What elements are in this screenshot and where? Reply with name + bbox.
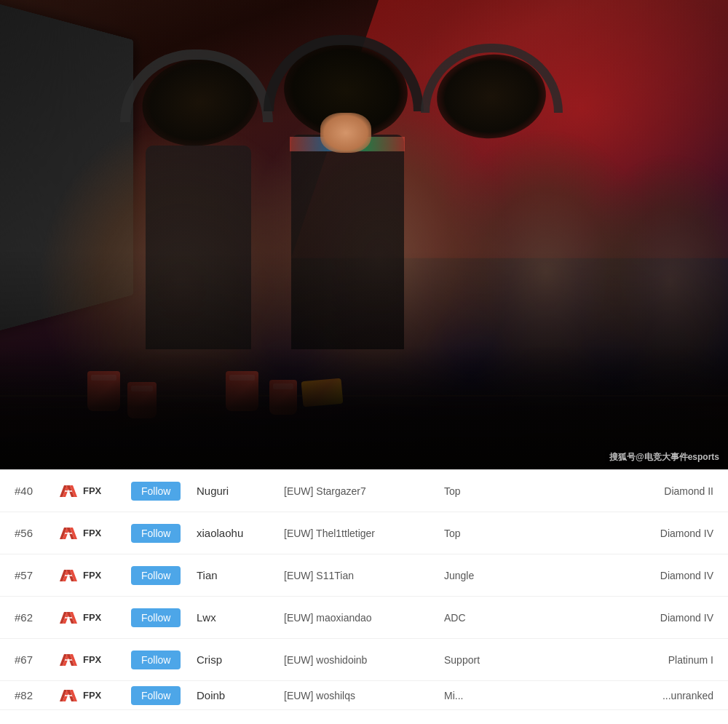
hero-image: 搜狐号@电竞大事件esports bbox=[0, 0, 728, 469]
fpx-logo-icon bbox=[58, 526, 79, 541]
rank-tier-cell: Diamond IV bbox=[531, 612, 713, 624]
follow-button[interactable]: Follow bbox=[131, 482, 181, 501]
account-name: [EUW] Thel1ttletiger bbox=[284, 528, 444, 539]
follow-cell[interactable]: Follow bbox=[131, 608, 197, 627]
follow-cell[interactable]: Follow bbox=[131, 686, 197, 705]
follow-cell[interactable]: Follow bbox=[131, 524, 197, 543]
role-cell: Jungle bbox=[444, 570, 531, 581]
player-name: Lwx bbox=[197, 611, 284, 624]
table-row: #57 FPX Follow Tian [EUW] S11Tian Jungle… bbox=[0, 554, 728, 597]
player-name: Crisp bbox=[197, 653, 284, 666]
player-name: Doinb bbox=[197, 689, 284, 701]
follow-button[interactable]: Follow bbox=[131, 524, 181, 543]
dark-gradient bbox=[0, 251, 728, 469]
role-cell: Mi... bbox=[444, 690, 531, 701]
rank-cell: #57 bbox=[15, 569, 58, 581]
rank-tier-cell: Diamond IV bbox=[531, 570, 713, 581]
rank-tier-cell: Diamond II bbox=[531, 485, 713, 497]
table-row: #56 FPX Follow xiaolaohu [EUW] Thel1ttle… bbox=[0, 512, 728, 554]
fpx-logo-icon bbox=[58, 688, 79, 703]
follow-cell[interactable]: Follow bbox=[131, 566, 197, 585]
team-name: FPX bbox=[83, 528, 101, 538]
rank-cell: #62 bbox=[15, 611, 58, 624]
fpx-logo-icon bbox=[58, 610, 79, 625]
rank-tier-cell: ...unranked bbox=[531, 690, 713, 701]
account-name: [EUW] Stargazer7 bbox=[284, 485, 444, 497]
team-name: FPX bbox=[83, 612, 101, 623]
rank-cell: #67 bbox=[15, 653, 58, 666]
team-name: FPX bbox=[83, 690, 101, 701]
watermark: 搜狐号@电竞大事件esports bbox=[605, 450, 724, 465]
follow-button[interactable]: Follow bbox=[131, 608, 181, 627]
team-name: FPX bbox=[83, 654, 101, 665]
role-cell: Support bbox=[444, 654, 531, 666]
follow-cell[interactable]: Follow bbox=[131, 651, 197, 669]
rank-tier-cell: Diamond IV bbox=[531, 528, 713, 539]
role-cell: Top bbox=[444, 485, 531, 497]
table-row: #40 FPX Follow Nuguri [EUW] Stargazer7 T… bbox=[0, 470, 728, 512]
team-cell: FPX bbox=[58, 653, 131, 667]
fpx-logo-icon bbox=[58, 568, 79, 583]
team-cell: FPX bbox=[58, 610, 131, 625]
team-cell: FPX bbox=[58, 688, 131, 703]
player-name: Nuguri bbox=[197, 485, 284, 497]
follow-button[interactable]: Follow bbox=[131, 651, 181, 669]
follow-cell[interactable]: Follow bbox=[131, 482, 197, 501]
table-row: #62 FPX Follow Lwx [EUW] maoxiandao ADC … bbox=[0, 597, 728, 639]
rank-cell: #82 bbox=[15, 689, 58, 701]
account-name: [EUW] S11Tian bbox=[284, 570, 444, 581]
team-name: FPX bbox=[83, 485, 101, 496]
account-name: [EUW] woshidoinb bbox=[284, 654, 444, 666]
rank-cell: #56 bbox=[15, 527, 58, 539]
role-cell: Top bbox=[444, 528, 531, 539]
data-table: #40 FPX Follow Nuguri [EUW] Stargazer7 T… bbox=[0, 469, 728, 710]
table-row: #67 FPX Follow Crisp [EUW] woshidoinb Su… bbox=[0, 639, 728, 681]
face-center bbox=[320, 113, 371, 153]
role-cell: ADC bbox=[444, 612, 531, 624]
fpx-logo-icon bbox=[58, 484, 79, 498]
rank-cell: #40 bbox=[15, 485, 58, 497]
account-name: [EUW] woshilqs bbox=[284, 690, 444, 701]
player-name: xiaolaohu bbox=[197, 527, 284, 539]
account-name: [EUW] maoxiandao bbox=[284, 612, 444, 624]
team-name: FPX bbox=[83, 570, 101, 581]
table-row: #82 FPX Follow Doinb [EUW] woshilqs Mi..… bbox=[0, 681, 728, 710]
rank-tier-cell: Platinum I bbox=[531, 654, 713, 666]
team-cell: FPX bbox=[58, 568, 131, 583]
follow-button[interactable]: Follow bbox=[131, 686, 181, 705]
team-cell: FPX bbox=[58, 484, 131, 498]
team-cell: FPX bbox=[58, 526, 131, 541]
follow-button[interactable]: Follow bbox=[131, 566, 181, 585]
fpx-logo-icon bbox=[58, 653, 79, 667]
player-name: Tian bbox=[197, 569, 284, 581]
